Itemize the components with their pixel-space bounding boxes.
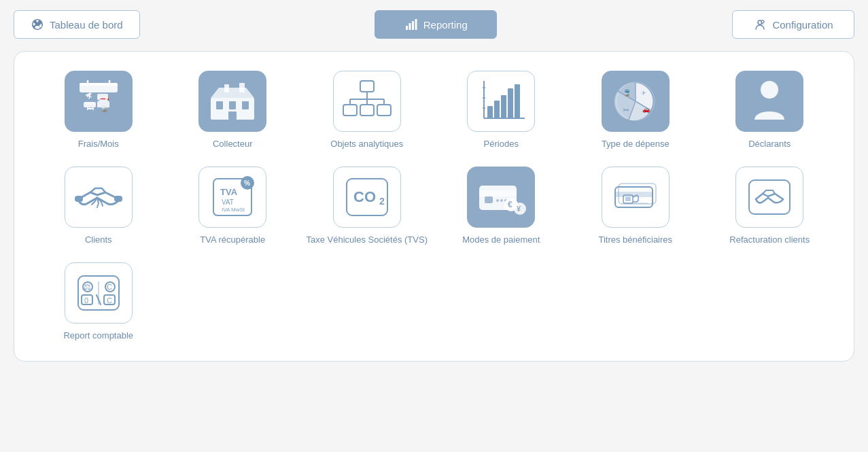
credit-card-icon: € ¥ xyxy=(474,173,528,221)
svg-rect-1 xyxy=(409,23,411,30)
svg-rect-67 xyxy=(479,190,517,196)
svg-rect-2 xyxy=(412,21,414,30)
frais-mois-item[interactable]: ✈ 🚗 🛏 🚆 Frais xyxy=(35,71,162,150)
svg-point-15 xyxy=(97,97,100,100)
dashboard-icon xyxy=(31,18,44,31)
collecteur-icon-box xyxy=(198,71,266,132)
configuration-label: Configuration xyxy=(772,19,833,31)
svg-text:0: 0 xyxy=(84,296,88,305)
svg-rect-30 xyxy=(343,105,357,116)
collecteur-label: Collecteur xyxy=(213,139,253,150)
svg-rect-7 xyxy=(80,83,118,86)
collecteur-item[interactable]: Collecteur xyxy=(169,71,297,150)
tva-recuperable-item[interactable]: % TVA VAT IVA MwSt TVA récupérable xyxy=(169,167,297,246)
reporting-label: Reporting xyxy=(423,19,468,31)
declarants-item[interactable]: Déclarants xyxy=(706,71,834,150)
svg-rect-34 xyxy=(377,105,391,116)
fuel-card-icon xyxy=(608,173,663,221)
svg-rect-21 xyxy=(229,101,236,109)
taxe-vehicules-label: Taxe Véhicules Sociétés (TVS) xyxy=(307,234,428,246)
modes-paiement-label: Modes de paiement xyxy=(462,234,540,246)
refacturation-clients-item[interactable]: Refacturation clients xyxy=(706,167,834,246)
svg-text:⚖: ⚖ xyxy=(84,282,91,292)
icon-grid: ✈ 🚗 🛏 🚆 Frais xyxy=(35,71,833,342)
svg-point-54 xyxy=(761,81,778,99)
clients-item[interactable]: Clients xyxy=(35,167,162,246)
factory-icon xyxy=(205,77,260,125)
clients-label: Clients xyxy=(85,234,112,246)
svg-text:🚆: 🚆 xyxy=(623,89,631,97)
svg-text:VAT: VAT xyxy=(222,198,234,206)
svg-text:%: % xyxy=(244,179,250,187)
type-depense-icon-box: ✈ 🚗 🛏 🚆 xyxy=(602,71,670,132)
svg-rect-0 xyxy=(406,26,408,30)
svg-rect-38 xyxy=(494,101,500,118)
handshake2-icon xyxy=(742,173,797,221)
modes-paiement-icon-box: € ¥ xyxy=(467,167,535,228)
configuration-icon xyxy=(753,18,767,31)
svg-text:✈: ✈ xyxy=(641,90,646,97)
svg-rect-39 xyxy=(501,95,506,118)
svg-text:TVA: TVA xyxy=(220,187,238,197)
org-chart-icon xyxy=(340,77,394,125)
svg-text:IVA    MwSt: IVA MwSt xyxy=(222,207,245,213)
tableau-de-bord-button[interactable]: Tableau de bord xyxy=(14,10,140,39)
svg-text:C: C xyxy=(107,296,112,305)
svg-point-70 xyxy=(500,199,503,202)
clients-icon-box xyxy=(65,167,133,228)
frais-mois-label: Frais/Mois xyxy=(78,139,119,150)
accounting-icon: ⚖ C 0 C xyxy=(71,269,126,317)
report-comptable-item[interactable]: ⚖ C 0 C Report comptable xyxy=(35,262,162,342)
handshake-icon xyxy=(71,173,126,221)
svg-text:€: € xyxy=(508,200,513,209)
periodes-label: Périodes xyxy=(484,139,519,150)
svg-rect-26 xyxy=(360,81,374,92)
frais-mois-icon-box: ✈ 🚗 🛏 🚆 xyxy=(65,71,133,132)
svg-rect-55 xyxy=(75,196,83,202)
declarants-label: Déclarants xyxy=(748,139,791,150)
svg-rect-23 xyxy=(228,111,237,120)
svg-text:🛏: 🛏 xyxy=(623,106,629,113)
bar-chart-icon xyxy=(474,77,528,125)
svg-rect-24 xyxy=(239,83,245,92)
svg-rect-68 xyxy=(485,196,493,203)
objets-analytiques-item[interactable]: Objets analytiques xyxy=(303,71,431,150)
svg-rect-18 xyxy=(85,102,94,105)
svg-rect-37 xyxy=(487,106,493,118)
svg-point-69 xyxy=(496,199,499,202)
svg-rect-32 xyxy=(360,105,374,116)
svg-text:2: 2 xyxy=(379,196,385,207)
svg-rect-83 xyxy=(749,180,790,214)
report-comptable-icon-box: ⚖ C 0 C xyxy=(65,262,133,324)
tva-icon: % TVA VAT IVA MwSt xyxy=(205,173,260,221)
svg-text:¥: ¥ xyxy=(517,205,521,213)
top-navigation: Tableau de bord Reporting Configuration xyxy=(14,10,854,39)
type-depense-item[interactable]: ✈ 🚗 🛏 🚆 Type de dépense xyxy=(572,71,699,150)
periodes-item[interactable]: Périodes xyxy=(438,71,566,150)
svg-rect-22 xyxy=(242,101,249,109)
modes-paiement-item[interactable]: € ¥ Modes de paiement xyxy=(438,167,566,246)
type-depense-label: Type de dépense xyxy=(602,139,670,150)
tva-recuperable-icon-box: % TVA VAT IVA MwSt xyxy=(198,167,266,228)
content-area: ✈ 🚗 🛏 🚆 Frais xyxy=(14,51,854,362)
titres-beneficiaires-item[interactable]: Titres bénéficiaires xyxy=(572,167,699,246)
pie-chart-icon: ✈ 🚗 🛏 🚆 xyxy=(608,77,663,125)
titres-beneficiaires-label: Titres bénéficiaires xyxy=(598,234,672,246)
svg-rect-41 xyxy=(515,84,520,118)
objets-analytiques-icon-box xyxy=(333,71,401,132)
configuration-button[interactable]: Configuration xyxy=(732,10,854,39)
calendar-travel-icon: ✈ 🚗 🛏 🚆 xyxy=(71,77,126,125)
tva-recuperable-label: TVA récupérable xyxy=(200,234,265,246)
taxe-vehicules-icon-box: CO 2 xyxy=(333,167,401,228)
svg-text:🚗: 🚗 xyxy=(642,105,650,114)
taxe-vehicules-item[interactable]: CO 2 Taxe Véhicules Sociétés (TVS) xyxy=(303,167,431,246)
reporting-button[interactable]: Reporting xyxy=(375,10,497,39)
tableau-label: Tableau de bord xyxy=(50,19,123,31)
refacturation-clients-label: Refacturation clients xyxy=(729,234,810,246)
svg-text:C: C xyxy=(107,283,112,291)
objets-analytiques-label: Objets analytiques xyxy=(330,139,403,150)
svg-rect-80 xyxy=(625,197,631,201)
report-comptable-label: Report comptable xyxy=(63,330,133,342)
svg-rect-3 xyxy=(415,19,417,30)
svg-text:CO: CO xyxy=(353,188,376,205)
